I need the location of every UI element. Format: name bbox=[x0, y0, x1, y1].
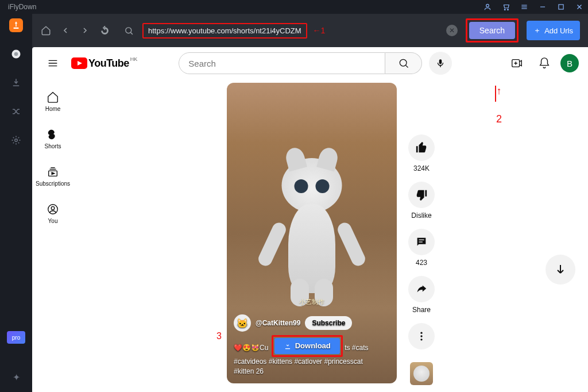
pro-badge[interactable]: pro bbox=[7, 331, 25, 344]
svg-point-15 bbox=[125, 27, 131, 33]
url-input[interactable]: https://www.youtube.com/shorts/nt21i4yCD… bbox=[148, 26, 301, 35]
yt-logo-region: HK bbox=[130, 56, 138, 62]
shorts-actions: 324K Dislike 423 bbox=[408, 83, 435, 392]
plus-icon: ＋ bbox=[533, 25, 541, 36]
browser-content: ↑ 2 YouTube HK B bbox=[32, 47, 588, 392]
side-you[interactable]: You bbox=[32, 195, 74, 232]
video-area: 3 小艺制作 � bbox=[74, 79, 588, 392]
video-overlay: 🐱 @CatKitten99 Subscribe ❤️😍😻Cu bbox=[227, 308, 397, 383]
reload-icon[interactable] bbox=[99, 25, 110, 36]
side-subs-label: Subscriptions bbox=[36, 180, 70, 187]
add-urls-label: Add Urls bbox=[544, 26, 573, 35]
browser-toolbar: https://www.youtube.com/shorts/nt21i4yCD… bbox=[32, 14, 588, 47]
minimize-icon[interactable] bbox=[539, 3, 547, 11]
titlebar: iFlyDown bbox=[0, 0, 588, 14]
app-logo-icon[interactable] bbox=[9, 18, 23, 32]
yt-avatar[interactable]: B bbox=[560, 54, 579, 72]
shorts-player[interactable]: 小艺制作 🐱 @CatKitten99 Subscribe ❤️😍😻Cu bbox=[227, 83, 397, 383]
side-shorts-label: Shorts bbox=[45, 143, 61, 149]
yt-search-input[interactable] bbox=[179, 52, 385, 74]
shuffle-icon[interactable] bbox=[9, 105, 23, 118]
download-label: Download bbox=[295, 341, 331, 351]
like-count: 324K bbox=[413, 164, 430, 172]
hamburger-icon[interactable] bbox=[520, 3, 528, 11]
share-label: Share bbox=[412, 306, 431, 314]
comment-icon[interactable] bbox=[408, 229, 435, 255]
channel-avatar-icon[interactable]: 🐱 bbox=[234, 314, 251, 332]
download-button[interactable]: Download bbox=[274, 338, 340, 354]
url-bar-highlight: https://www.youtube.com/shorts/nt21i4yCD… bbox=[142, 23, 307, 39]
video-cat-figure bbox=[269, 152, 355, 302]
side-home[interactable]: Home bbox=[32, 83, 74, 120]
yt-mic-icon[interactable] bbox=[429, 52, 452, 75]
action-like[interactable]: 324K bbox=[408, 134, 435, 172]
svg-point-12 bbox=[14, 52, 18, 56]
yt-logo-text: YouTube bbox=[88, 57, 129, 70]
nav-down-button[interactable] bbox=[546, 255, 575, 285]
video-watermark: 小艺制作 bbox=[299, 298, 324, 306]
svg-line-16 bbox=[130, 32, 133, 34]
cart-icon[interactable] bbox=[502, 3, 510, 11]
svg-rect-10 bbox=[14, 28, 19, 29]
like-icon[interactable] bbox=[408, 134, 435, 161]
youtube-header: YouTube HK B bbox=[32, 47, 588, 79]
svg-point-14 bbox=[15, 139, 18, 142]
settings-icon[interactable] bbox=[9, 133, 23, 147]
svg-point-31 bbox=[51, 206, 55, 210]
side-home-label: Home bbox=[45, 106, 61, 112]
svg-point-2 bbox=[508, 9, 509, 10]
download-button-highlight: Download bbox=[272, 335, 343, 357]
yt-play-icon bbox=[71, 57, 87, 69]
back-icon[interactable] bbox=[60, 25, 71, 36]
yt-search-button[interactable] bbox=[385, 52, 422, 74]
sparkle-icon[interactable]: ✦ bbox=[9, 370, 23, 384]
svg-point-1 bbox=[504, 9, 505, 10]
svg-point-34 bbox=[420, 332, 422, 334]
svg-point-35 bbox=[420, 335, 422, 337]
search-icon[interactable] bbox=[123, 25, 134, 36]
svg-rect-23 bbox=[439, 59, 442, 64]
forward-icon[interactable] bbox=[79, 25, 91, 36]
subscribe-button[interactable]: Subscribe bbox=[305, 316, 352, 330]
action-dislike[interactable]: Dislike bbox=[408, 182, 435, 220]
annotation-arrow-1: ←1 bbox=[313, 26, 326, 35]
side-you-label: You bbox=[48, 218, 58, 224]
app-sidebar: pro ✦ bbox=[0, 14, 32, 392]
browser-icon[interactable] bbox=[9, 47, 23, 61]
yt-sidebar: Home Shorts Subscriptions You bbox=[32, 79, 74, 392]
action-more[interactable] bbox=[408, 323, 435, 349]
close-icon[interactable] bbox=[575, 3, 583, 11]
yt-search bbox=[179, 52, 452, 75]
search-button-highlight: Search bbox=[466, 18, 519, 43]
side-subs[interactable]: Subscriptions bbox=[32, 157, 74, 195]
clear-url-icon[interactable]: ✕ bbox=[446, 25, 458, 36]
search-button[interactable]: Search bbox=[469, 22, 515, 39]
svg-rect-7 bbox=[559, 5, 563, 9]
annotation-3: 3 bbox=[216, 331, 222, 341]
dislike-icon[interactable] bbox=[408, 182, 435, 208]
svg-point-21 bbox=[400, 59, 407, 66]
yt-notifications-icon[interactable] bbox=[533, 52, 556, 75]
download-icon[interactable] bbox=[9, 76, 23, 90]
svg-point-36 bbox=[420, 339, 422, 340]
action-comment[interactable]: 423 bbox=[408, 229, 435, 267]
yt-hamburger-icon[interactable] bbox=[41, 52, 64, 75]
action-share[interactable]: Share bbox=[408, 276, 435, 314]
maximize-icon[interactable] bbox=[557, 3, 565, 11]
home-icon[interactable] bbox=[40, 25, 52, 36]
comment-count: 423 bbox=[416, 259, 427, 267]
sound-thumbnail[interactable] bbox=[410, 362, 433, 385]
account-icon[interactable] bbox=[483, 3, 492, 11]
side-shorts[interactable]: Shorts bbox=[32, 120, 74, 157]
app-title: iFlyDown bbox=[5, 3, 36, 11]
video-caption: ❤️😍😻Cu Download ts #cats #catvideos # bbox=[234, 335, 390, 376]
share-icon[interactable] bbox=[408, 276, 435, 302]
svg-line-22 bbox=[405, 65, 408, 67]
svg-point-0 bbox=[486, 4, 489, 7]
dislike-label: Dislike bbox=[411, 212, 431, 220]
yt-logo[interactable]: YouTube HK bbox=[71, 57, 137, 70]
channel-handle[interactable]: @CatKitten99 bbox=[256, 319, 300, 327]
add-urls-button[interactable]: ＋ Add Urls bbox=[527, 21, 580, 40]
yt-create-icon[interactable] bbox=[505, 52, 528, 75]
more-icon[interactable] bbox=[408, 323, 435, 349]
